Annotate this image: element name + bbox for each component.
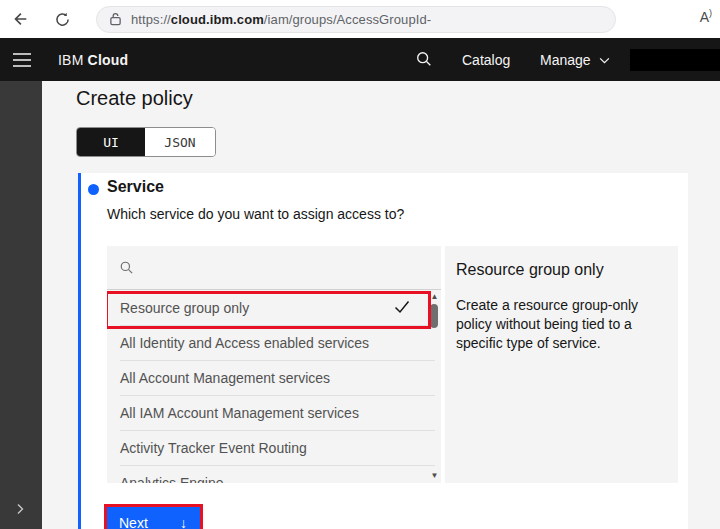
scrollbar-thumb[interactable] <box>430 304 438 328</box>
option-label: All Account Management services <box>120 370 330 386</box>
scroll-up-arrow-icon[interactable]: ▲ <box>429 292 440 301</box>
list-scrollbar[interactable]: ▲ ▼ <box>429 290 440 483</box>
address-bar[interactable]: https://cloud.ibm.com/iam/groups/AccessG… <box>96 6 616 33</box>
row-divider <box>120 465 435 466</box>
ui-json-switcher: UI JSON <box>76 127 216 157</box>
service-option-selected[interactable]: Resource group only <box>107 290 441 325</box>
ibm-cloud-logo[interactable]: IBM Cloud <box>58 52 128 68</box>
back-icon[interactable] <box>10 9 30 29</box>
ibm-cloud-header: IBM Cloud Catalog Manage <box>0 38 720 81</box>
scroll-down-arrow-icon[interactable]: ▼ <box>429 471 440 480</box>
row-divider <box>120 430 435 431</box>
option-label: Resource group only <box>120 300 249 316</box>
detail-description: Create a resource group-only policy with… <box>456 296 662 353</box>
checkmark-icon <box>394 300 410 317</box>
option-label: Activity Tracker Event Routing <box>120 440 307 456</box>
sidenav-expand-chevron-icon[interactable] <box>12 501 30 519</box>
browser-toolbar: https://cloud.ibm.com/iam/groups/AccessG… <box>0 0 720 38</box>
refresh-icon[interactable] <box>52 9 72 29</box>
step-title: Service <box>107 178 164 196</box>
tab-ui[interactable]: UI <box>77 128 145 156</box>
service-selector: Resource group only All Identity and Acc… <box>107 246 678 483</box>
service-option[interactable]: All Identity and Access enabled services <box>107 325 441 360</box>
annotation-highlight-next-button: Next ↓ <box>104 504 203 529</box>
arrow-down-icon: ↓ <box>180 515 187 529</box>
option-label: Analytics Engine <box>120 475 224 484</box>
detail-title: Resource group only <box>456 261 666 279</box>
url-text: https://cloud.ibm.com/iam/groups/AccessG… <box>131 12 431 27</box>
step-question: Which service do you want to assign acce… <box>107 206 404 222</box>
page-content: Create policy UI JSON Service Which serv… <box>0 81 720 529</box>
read-aloud-icon[interactable]: A) <box>700 9 712 25</box>
search-icon[interactable] <box>415 50 435 70</box>
next-button[interactable]: Next ↓ <box>107 507 200 529</box>
service-option[interactable]: Activity Tracker Event Routing <box>107 430 441 465</box>
chevron-down-icon <box>599 57 610 64</box>
service-search-input[interactable] <box>107 246 441 290</box>
service-detail-pane: Resource group only Create a resource gr… <box>445 246 678 483</box>
redacted-account-box <box>630 49 720 71</box>
nav-catalog[interactable]: Catalog <box>462 52 510 68</box>
tab-json[interactable]: JSON <box>145 128 215 156</box>
service-list-pane: Resource group only All Identity and Acc… <box>107 246 441 483</box>
lock-icon[interactable] <box>109 12 122 26</box>
page-title: Create policy <box>76 87 193 110</box>
option-label: All Identity and Access enabled services <box>120 335 369 351</box>
row-divider <box>120 360 435 361</box>
service-option[interactable]: Analytics Engine <box>107 465 441 483</box>
row-divider <box>120 325 435 326</box>
service-option[interactable]: All IAM Account Management services <box>107 395 441 430</box>
nav-manage[interactable]: Manage <box>540 52 610 68</box>
collapsed-sidenav <box>0 81 42 529</box>
option-label: All IAM Account Management services <box>120 405 359 421</box>
hamburger-menu-icon[interactable] <box>12 50 32 70</box>
step-indicator-dot <box>88 184 99 195</box>
service-option[interactable]: All Account Management services <box>107 360 441 395</box>
row-divider <box>120 395 435 396</box>
next-button-label: Next <box>119 515 148 529</box>
search-icon <box>119 260 134 275</box>
service-step-card: Service Which service do you want to ass… <box>78 173 688 529</box>
